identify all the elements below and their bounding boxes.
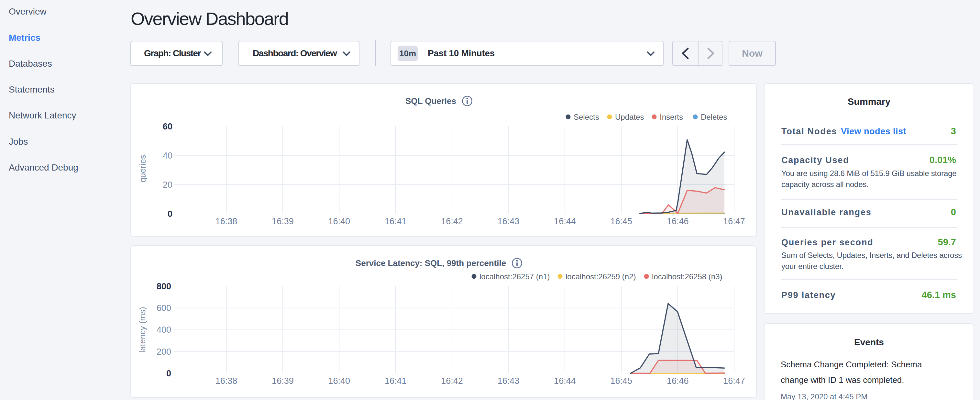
svg-text:16:45: 16:45 [611,376,633,386]
svg-text:400: 400 [157,325,171,335]
svg-text:16:43: 16:43 [498,376,520,386]
svg-text:16:40: 16:40 [328,376,350,386]
svg-text:800: 800 [157,282,171,291]
svg-text:40: 40 [163,151,172,161]
svg-text:16:44: 16:44 [554,217,576,226]
svg-text:16:39: 16:39 [272,376,294,386]
svg-text:0: 0 [168,209,172,219]
svg-text:16:47: 16:47 [723,217,745,226]
svg-text:latency (ms): latency (ms) [137,307,147,353]
svg-text:16:46: 16:46 [667,376,689,386]
svg-text:16:41: 16:41 [385,376,407,386]
svg-text:16:43: 16:43 [498,217,520,226]
svg-text:16:38: 16:38 [215,217,237,226]
svg-text:16:38: 16:38 [215,376,237,386]
svg-text:16:46: 16:46 [667,217,689,226]
svg-text:16:42: 16:42 [441,376,463,386]
svg-text:600: 600 [157,303,171,313]
svg-text:0: 0 [166,369,171,378]
svg-text:60: 60 [163,122,172,131]
svg-text:16:40: 16:40 [328,217,350,226]
svg-text:200: 200 [157,347,171,357]
svg-text:16:42: 16:42 [441,217,463,226]
svg-text:16:47: 16:47 [723,376,745,386]
svg-text:16:45: 16:45 [611,217,633,226]
svg-text:16:39: 16:39 [272,217,294,226]
svg-text:queries: queries [138,155,148,182]
svg-text:16:41: 16:41 [385,217,407,226]
svg-text:20: 20 [163,180,172,190]
svg-text:16:44: 16:44 [554,376,576,386]
